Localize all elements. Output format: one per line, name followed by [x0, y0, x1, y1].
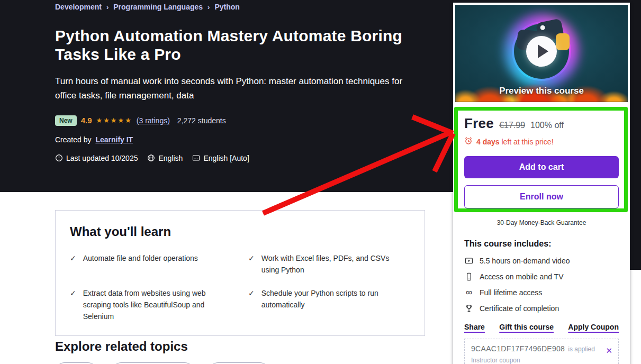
students-count: 2,272 students [177, 116, 226, 125]
card-links-row: Share Gift this course Apply Coupon [464, 323, 619, 331]
add-to-cart-button[interactable]: Add to cart [464, 156, 619, 178]
includes-item: ∞ Full lifetime access [464, 288, 619, 297]
globe-icon [147, 154, 155, 162]
breadcrumb-development[interactable]: Development [55, 3, 102, 11]
check-icon: ✓ [70, 288, 76, 323]
last-updated: Last updated 10/2025 [55, 154, 138, 162]
coupon-code: 9CAAC1DF17F7496DE908 [471, 344, 565, 353]
applied-coupon-box: 9CAAC1DF17F7496DE908 is applied Instruct… [464, 339, 619, 364]
alert-icon [55, 154, 63, 162]
course-includes-list: 5.5 hours on-demand video Access on mobi… [464, 257, 619, 313]
breadcrumb-python[interactable]: Python [214, 3, 239, 11]
created-by-label: Created by [55, 135, 91, 144]
play-button[interactable] [526, 36, 557, 67]
price-timer: 4 days left at this price! [464, 136, 619, 147]
check-icon: ✓ [70, 253, 76, 276]
purchase-sidebar-card: Preview this course Free €17.99 100% off… [453, 3, 630, 364]
explore-related-topics-title: Explore related topics [55, 339, 188, 354]
trophy-icon [464, 304, 474, 313]
includes-item: Certificate of completion [464, 304, 619, 313]
coupon-note: Instructor coupon [471, 357, 600, 364]
current-price: Free [464, 115, 494, 132]
breadcrumb-programming-languages[interactable]: Programming Languages [113, 3, 203, 11]
right-dark-strip [630, 0, 641, 270]
course-header: Development › Programming Languages › Py… [55, 0, 426, 162]
course-meta-row: Last updated 10/2025 English English [Au… [55, 154, 426, 162]
chevron-right-icon: › [106, 3, 109, 11]
learn-item: ✓ Work with Excel files, PDFs, and CSVs … [248, 253, 410, 276]
price-row: Free €17.99 100% off [464, 115, 619, 132]
course-title: Python Automation Mastery Automate Borin… [55, 26, 418, 63]
course-language: English [147, 154, 183, 162]
gift-course-link[interactable]: Gift this course [499, 323, 554, 331]
new-badge: New [55, 115, 77, 126]
coupon-applied-label: is applied [568, 345, 595, 353]
money-back-guarantee: 30-Day Money-Back Guarantee [464, 219, 619, 226]
learn-item: ✓ Schedule your Python scripts to run au… [248, 288, 410, 323]
check-icon: ✓ [248, 253, 255, 276]
course-captions: English [Auto] [192, 154, 249, 162]
rating-row: New 4.9 ★★★★★ (3 ratings) 2,272 students [55, 115, 426, 126]
rating-value: 4.9 [81, 116, 92, 125]
python-logo-yellow [556, 33, 570, 50]
enroll-now-button[interactable]: Enroll now [464, 185, 619, 208]
course-includes-title: This course includes: [464, 239, 619, 249]
course-preview-video[interactable]: Preview this course [455, 5, 628, 102]
learn-items-grid: ✓ Automate file and folder operations ✓ … [70, 253, 410, 323]
check-icon: ✓ [248, 288, 255, 323]
apply-coupon-link[interactable]: Apply Coupon [568, 323, 619, 331]
created-by-row: Created by Learnify IT [55, 135, 426, 144]
alarm-clock-icon [464, 136, 473, 147]
closed-captions-icon [192, 154, 200, 162]
ondemand-video-icon [464, 257, 474, 265]
what-youll-learn-title: What you'll learn [70, 224, 410, 239]
includes-item: 5.5 hours on-demand video [464, 257, 619, 265]
share-link[interactable]: Share [464, 323, 485, 331]
discount-percent: 100% off [530, 121, 564, 130]
what-youll-learn-box: What you'll learn ✓ Automate file and fo… [55, 210, 425, 336]
ratings-count-link[interactable]: (3 ratings) [137, 116, 170, 125]
play-icon [538, 44, 548, 58]
chevron-right-icon: › [207, 3, 210, 11]
close-icon[interactable]: ✕ [606, 347, 612, 354]
learn-item: ✓ Automate file and folder operations [70, 253, 248, 276]
star-rating-icons: ★★★★★ [96, 116, 132, 124]
course-subtitle: Turn hours of manual work into seconds w… [55, 75, 420, 103]
includes-item: Access on mobile and TV [464, 272, 619, 281]
original-price: €17.99 [499, 121, 525, 130]
breadcrumb: Development › Programming Languages › Py… [55, 3, 426, 11]
instructor-link[interactable]: Learnify IT [95, 135, 133, 144]
learn-item: ✓ Extract data from websites using web s… [70, 288, 248, 323]
preview-this-course-label[interactable]: Preview this course [455, 86, 628, 96]
infinity-icon: ∞ [464, 288, 474, 297]
mobile-icon [464, 272, 474, 281]
